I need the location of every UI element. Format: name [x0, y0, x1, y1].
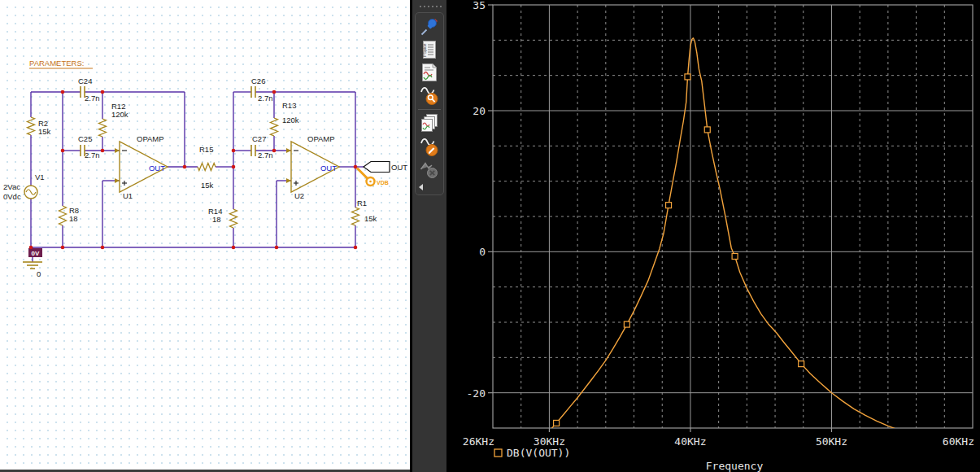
y-tick-label: 35 [473, 0, 486, 11]
trace-marker [666, 203, 672, 208]
y-tick-label: 0 [479, 246, 486, 258]
wires [31, 92, 364, 262]
resistor-R12[interactable] [99, 119, 107, 137]
junction-dots [29, 90, 358, 250]
schematic-label-0[interactable]: 0 [37, 269, 41, 278]
results-stack-icon[interactable] [418, 112, 441, 135]
schematic-label-15k[interactable]: 15k [364, 214, 377, 223]
schematic-label-out[interactable]: OUT [320, 164, 337, 173]
capacitor-C26[interactable] [251, 86, 255, 98]
toolbar-drag-handle[interactable] [417, 2, 443, 11]
schematic-label-27n[interactable]: 2.7n [85, 94, 100, 103]
schematic-label-vdb[interactable]: VDB [377, 180, 389, 186]
junction [61, 246, 65, 250]
schematic-label-27n[interactable]: 2.7n [258, 151, 273, 160]
ground-symbol[interactable] [23, 262, 42, 269]
junction [232, 165, 236, 169]
x-tick-label: 30KHz [534, 435, 565, 448]
vsource-V1[interactable] [24, 186, 37, 199]
edit-simulation-svg [419, 136, 440, 157]
schematic-label-18[interactable]: 18 [212, 215, 221, 224]
legend[interactable]: DB(V(OUT)) [494, 447, 570, 459]
schematic-label-u1[interactable]: U1 [123, 191, 133, 200]
probe-stem [357, 168, 368, 179]
trace-marker [685, 74, 690, 80]
power-net-label: 0V [32, 250, 40, 257]
resistor-R14[interactable] [230, 209, 237, 228]
y-tick-label: 20 [473, 105, 486, 117]
trace-marker [732, 253, 738, 259]
schematic-label-u2[interactable]: U2 [294, 191, 304, 200]
trace-marker [624, 321, 629, 327]
capacitor-C27[interactable] [251, 145, 255, 156]
schematic-canvas[interactable]: 0VPARAMETERS:C242.7nR12120kC252.7nR215kV… [0, 0, 410, 470]
toolbar-separator [418, 109, 441, 110]
trace-marker [554, 420, 560, 426]
schematic-label-v1[interactable]: V1 [35, 173, 45, 181]
markers-disabled-icon[interactable] [418, 158, 441, 181]
schematic-label-18[interactable]: 18 [69, 214, 78, 223]
schematic-label-c27[interactable]: C27 [252, 134, 266, 143]
resistor-R2[interactable] [28, 117, 35, 135]
schematic-label-r15[interactable]: R15 [199, 145, 213, 154]
schematic-label-c26[interactable]: C26 [251, 76, 265, 85]
schematic-label-120k[interactable]: 120k [111, 110, 128, 119]
plot-canvas[interactable]: 35200-2026KHz30KHz40KHz50KHz60KHzDB(V(OU… [446, 0, 980, 472]
input-arrow [286, 178, 291, 183]
collapse-arrow-icon[interactable] [419, 184, 423, 190]
pin-icon-svg [419, 16, 440, 37]
junction [354, 165, 358, 169]
schematic-label-r13[interactable]: R13 [282, 101, 296, 110]
y-tick-label: -20 [467, 387, 486, 400]
resistor-R13[interactable] [271, 118, 278, 136]
svg-text:PSpice: PSpice [422, 43, 427, 57]
junction [232, 246, 236, 250]
schematic-label-opamp[interactable]: OPAMP [137, 134, 164, 143]
input-arrow [115, 178, 120, 183]
schematic-label-2vac[interactable]: 2Vac [3, 182, 20, 191]
schematic-label-parameters[interactable]: PARAMETERS: [29, 59, 84, 68]
x-tick-label: 26KHz [463, 435, 494, 448]
x-tick-label: 40KHz [674, 435, 706, 448]
schematic-label-opamp[interactable]: OPAMP [307, 134, 335, 143]
schematic-label-27n[interactable]: 2.7n [85, 151, 100, 160]
schematic-label-r1[interactable]: R1 [357, 199, 367, 208]
x-tick-label: 50KHz [816, 435, 847, 448]
input-arrow [286, 148, 291, 153]
schematic-label-0vdc[interactable]: 0Vdc [3, 192, 21, 201]
probe-plot-panel: 35200-2026KHz30KHz40KHz50KHz60KHzDB(V(OU… [446, 0, 980, 472]
junction [101, 246, 105, 250]
resistor-R8[interactable] [59, 206, 67, 225]
trace-marker [799, 361, 804, 367]
schematic-label-15k[interactable]: 15k [201, 181, 214, 190]
new-simulation-profile-icon[interactable]: PSpice [418, 38, 441, 61]
schematic-label-27n[interactable]: 2.7n [258, 94, 273, 103]
schematic-label-120k[interactable]: 120k [282, 116, 299, 125]
pin-icon[interactable] [418, 15, 441, 38]
junction [183, 165, 187, 169]
junction [101, 149, 105, 153]
view-simulation-results-icon[interactable] [418, 84, 441, 107]
resistor-R15[interactable] [198, 164, 216, 171]
view-simulation-results-svg [419, 85, 440, 106]
schematic-label-out[interactable]: OUT [391, 163, 407, 172]
out-port-symbol[interactable] [364, 162, 390, 173]
schematic-label-c25[interactable]: C25 [78, 134, 92, 143]
input-arrow [115, 148, 120, 153]
pspice-toolbar-inner: PSpice [412, 0, 446, 472]
minor-gridlines [493, 5, 973, 428]
schematic-label-c24[interactable]: C24 [78, 76, 92, 85]
toolbar-icon-group: PSpice [415, 12, 444, 195]
results-stack-svg [419, 113, 440, 134]
trace-markers [554, 74, 804, 426]
junction [29, 246, 33, 250]
trace-db-vout[interactable] [550, 38, 899, 430]
simulation-document-icon[interactable] [418, 61, 441, 84]
schematic-label-out[interactable]: OUT [149, 164, 165, 173]
schematic-label-15k[interactable]: 15k [38, 127, 51, 136]
junction [354, 246, 358, 250]
edit-simulation-icon[interactable] [418, 135, 441, 158]
junction [61, 90, 65, 94]
resistor-R1[interactable] [352, 208, 359, 225]
junction [232, 149, 236, 153]
